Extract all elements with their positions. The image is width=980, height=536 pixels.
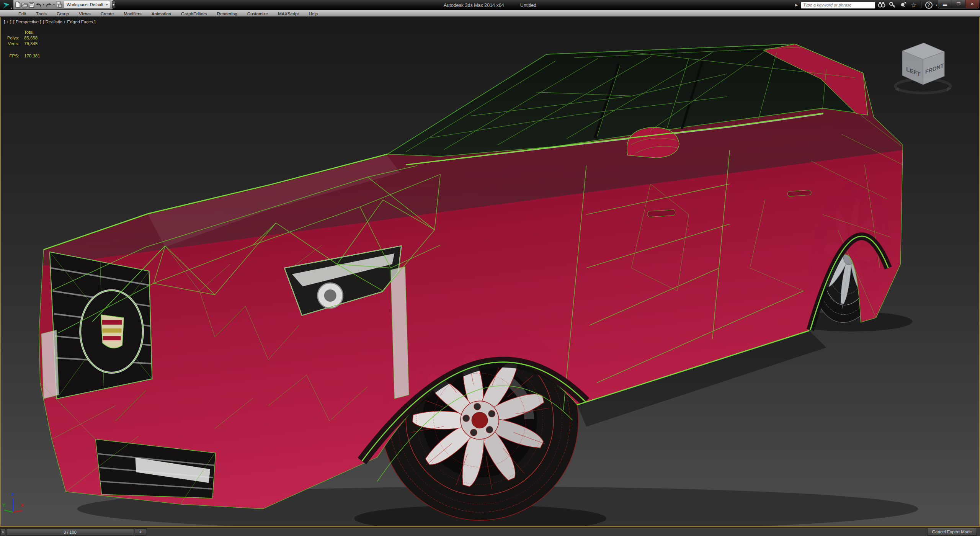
cancel-expert-mode-button[interactable]: Cancel Expert Mode	[927, 528, 977, 536]
viewport-label: [ + ] [ Perspective ] [ Realistic + Edge…	[4, 20, 95, 24]
viewcube[interactable]: LEFT FRONT	[889, 36, 958, 97]
perspective-viewport[interactable]: [ + ] [ Perspective ] [ Realistic + Edge…	[0, 17, 980, 527]
manage-workspaces-button[interactable]	[56, 1, 62, 8]
menu-graph-editors[interactable]: Graph Editors	[176, 11, 212, 16]
undo-dropdown[interactable]: ▼	[42, 1, 45, 8]
document-title: Untitled	[520, 3, 536, 8]
menu-bar: Edit Tools Group Views Create Modifiers …	[0, 10, 980, 17]
stats-fps-label: FPS:	[6, 47, 24, 59]
application-menu-button[interactable]: ▼	[0, 0, 13, 10]
save-file-button[interactable]	[29, 1, 34, 8]
menu-modifiers[interactable]: Modifiers	[119, 11, 147, 16]
minimize-button[interactable]: ▬	[938, 0, 952, 8]
open-folder-icon	[21, 2, 28, 8]
help-icon: ?	[925, 2, 933, 9]
title-bar: ▼	[0, 0, 980, 10]
axis-x-label: X	[21, 502, 24, 508]
status-bar: < 0 / 100 > Cancel Expert Mode	[0, 527, 980, 536]
menu-edit[interactable]: Edit	[13, 11, 31, 16]
world-axis-gizmo: Z Y X	[2, 489, 36, 523]
cadillac-crest	[101, 315, 124, 348]
workspace-menu-button[interactable]: ▼	[112, 1, 116, 8]
search-input[interactable]	[801, 2, 875, 9]
infocenter-toolbar: ▶	[795, 0, 938, 10]
viewport-pov-menu[interactable]: [ Perspective ]	[13, 20, 41, 24]
stats-polys-label: Polys:	[6, 35, 24, 41]
toolbar-separator	[921, 2, 921, 8]
menu-create[interactable]: Create	[96, 11, 119, 16]
menu-group[interactable]: Group	[52, 11, 74, 16]
menu-rendering[interactable]: Rendering	[212, 11, 242, 16]
binoculars-icon	[878, 2, 885, 8]
product-title: Autodesk 3ds Max 2014 x64	[444, 3, 504, 8]
viewport-shading-menu[interactable]: [ Realistic + Edged Faces ]	[43, 20, 95, 24]
menu-help[interactable]: Help	[304, 11, 323, 16]
chevron-down-icon: ▼	[10, 7, 13, 10]
sign-in-button[interactable]	[888, 1, 897, 9]
window-controls: ▬ ❐ ✕	[938, 0, 979, 8]
stats-verts-label: Verts:	[6, 41, 24, 47]
search-flyout-arrow-icon[interactable]: ▶	[795, 3, 798, 7]
redo-arrow-icon	[46, 2, 52, 7]
favorites-button[interactable]: ☆	[910, 1, 918, 9]
time-slider-handle[interactable]: 0 / 100	[6, 528, 134, 536]
redo-dropdown[interactable]: ▼	[53, 1, 55, 8]
new-scene-button[interactable]	[15, 1, 21, 8]
stats-polys-value: 85,658	[24, 35, 40, 41]
undo-arrow-icon	[35, 2, 42, 7]
quick-access-toolbar: ▼ ▼ Workspace: Default ▼ ▼	[13, 0, 114, 10]
3dsmax-logo-icon	[2, 2, 11, 9]
axis-y-label: Y	[2, 502, 6, 508]
save-floppy-icon	[29, 2, 34, 8]
close-button[interactable]: ✕	[965, 0, 979, 8]
3dsmax-window: ▼	[0, 0, 980, 536]
menu-tools[interactable]: Tools	[31, 11, 52, 16]
chevron-down-icon: ▼	[106, 3, 108, 6]
previous-frame-button[interactable]: <	[0, 528, 5, 536]
car-model-wireframe[interactable]	[1, 17, 979, 526]
menu-animation[interactable]: Animation	[147, 11, 176, 16]
menu-customize[interactable]: Customize	[242, 11, 273, 16]
help-dropdown-icon[interactable]: ▼	[935, 4, 938, 7]
viewport-statistics: Total Polys: 85,658 Verts: 79,345 FPS: 1…	[6, 29, 40, 59]
help-button[interactable]: ?	[924, 1, 933, 9]
restore-button[interactable]: ❐	[952, 0, 966, 8]
new-file-icon	[15, 2, 21, 8]
workspace-selector[interactable]: Workspace: Default ▼	[64, 1, 110, 8]
satellite-dish-icon	[900, 2, 906, 8]
undo-button[interactable]	[35, 1, 42, 8]
workspace-selector-label: Workspace: Default	[67, 2, 103, 7]
stats-header: Total	[24, 29, 40, 35]
communication-center-button[interactable]	[899, 1, 907, 9]
open-file-button[interactable]	[21, 1, 28, 8]
redo-button[interactable]	[46, 1, 52, 8]
search-button[interactable]	[877, 1, 886, 9]
star-icon: ☆	[911, 2, 916, 8]
front-grille	[50, 252, 152, 399]
stats-verts-value: 79,345	[24, 41, 40, 47]
axis-z-label: Z	[11, 492, 14, 497]
menu-maxscript[interactable]: MAXScript	[273, 11, 304, 16]
key-icon	[889, 2, 896, 8]
next-frame-button[interactable]: >	[135, 528, 146, 536]
stats-fps-value: 170.381	[24, 47, 40, 59]
workspace-clipboard-icon	[56, 2, 62, 8]
menu-views[interactable]: Views	[74, 11, 96, 16]
viewport-general-menu[interactable]: [ + ]	[4, 20, 11, 24]
